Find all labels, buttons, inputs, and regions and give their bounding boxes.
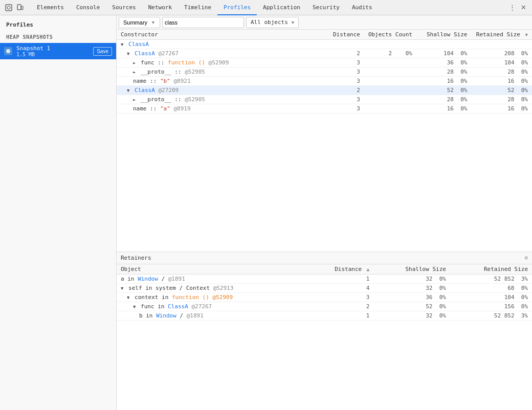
svg-rect-3 [21,6,23,10]
tab-elements[interactable]: Elements [31,0,70,15]
sort-asc-icon: ▲ [367,267,369,272]
expand-icon: ▼ [127,295,129,300]
objects-count-cell [364,58,416,67]
tab-application[interactable]: Application [257,0,306,15]
filter-chevron-icon: ▼ [292,20,294,25]
close-icon[interactable]: ✕ [519,3,528,12]
shallow-size-cell [416,40,471,49]
object-cell: ▼ context in function () @52909 [117,293,306,302]
expand-icon: ▼ [121,42,123,47]
address: @8919 [173,105,190,112]
obj-prop: context in [135,294,172,301]
device-icon[interactable] [15,3,25,12]
distance-cell: 2 [326,49,364,58]
expand-icon: ► [133,97,136,102]
constructor-cell: ▼ ClassA [117,40,326,49]
retained-cell: 156 0% [450,302,532,311]
distance-cell [326,40,364,49]
th-retained-size[interactable]: Retained Size ▼ [471,30,532,40]
inspect-icon[interactable] [4,3,13,12]
shallow-size-cell: 104 0% [416,49,471,58]
th-objects-count[interactable]: Objects Count [364,30,416,40]
table-row[interactable]: ► __proto__ :: @52905 3 28 0% 28 0% [117,95,532,104]
address: @27267 [158,50,179,57]
filter-button[interactable]: All objects ▼ [246,17,299,28]
distance-cell: 3 [326,77,364,86]
table-row[interactable]: b in Window / @1891 1 32 0% 52 852 3% [117,311,532,321]
snapshot-item[interactable]: Snapshot 1 1.5 MB Save [0,43,116,59]
retainers-title: Retainers [121,255,151,261]
func-value: function () [168,59,205,66]
retained-size-cell: 16 0% [471,77,532,86]
objects-count-cell [364,67,416,77]
summary-label: Summary [123,19,147,26]
object-cell: a in Window / @1891 [117,275,306,284]
func-ref: function () @52909 [172,294,233,301]
table-row[interactable]: ▼ ClassA @27267 2 2 0% 104 0% 208 0% [117,49,532,58]
shallow-size-cell: 28 0% [416,67,471,77]
table-row[interactable]: ► __proto__ :: @52905 3 28 0% 28 0% [117,67,532,77]
obj-addr: @1891 [168,276,185,282]
retainers-menu-icon[interactable]: ≡ [524,255,528,261]
class-name: ClassA [128,41,149,48]
obj-addr: @27267 [191,303,212,310]
tab-network[interactable]: Network [142,0,178,15]
tab-profiles[interactable]: Profiles [217,0,257,15]
tab-sources[interactable]: Sources [106,0,142,15]
tab-console[interactable]: Console [70,0,106,15]
th-shallow-size[interactable]: Shallow Size [416,30,471,40]
table-row[interactable]: ▼ ClassA [117,40,532,49]
svg-point-1 [7,6,10,9]
retained-size-cell: 52 0% [471,86,532,95]
distance-cell: 3 [326,104,364,113]
table-row[interactable]: a in Window / @1891 1 32 0% 52 852 3% [117,275,532,284]
retained-cell: 104 0% [450,293,532,302]
th-object[interactable]: Object [117,264,306,275]
address: @52909 [209,59,229,66]
th-shallow-size[interactable]: Shallow Size [373,264,450,275]
shallow-size-cell: 16 0% [416,104,471,113]
main-table: Constructor Distance Objects Count Shall… [117,30,532,113]
object-cell: ▼ func in ClassA @27267 [117,302,306,311]
constructor-cell: name :: "b" @8921 [117,77,326,86]
retained-cell: 52 852 3% [450,275,532,284]
constructor-cell: ► __proto__ :: @52905 [117,95,326,104]
address: @27209 [158,87,179,94]
tab-audits[interactable]: Audits [346,0,379,15]
objects-count-cell [364,86,416,95]
search-input[interactable] [165,19,241,26]
address: @8921 [173,78,190,84]
table-row[interactable]: ▼ ClassA @27209 2 52 0% 52 0% [117,86,532,95]
save-button[interactable]: Save [93,47,112,56]
th-constructor[interactable]: Constructor [117,30,326,40]
constructor-cell: ▼ ClassA @27267 [117,49,326,58]
table-row[interactable]: ► func :: function () @52909 3 36 0% 104… [117,58,532,67]
snapshot-size: 1.5 MB [16,52,93,57]
objects-count-cell [364,40,416,49]
th-retained-size[interactable]: Retained Size [450,264,532,275]
tab-security[interactable]: Security [306,0,346,15]
summary-button[interactable]: Summary ▼ [119,17,160,28]
table-row[interactable]: ▼ func in ClassA @27267 2 52 0% 156 0% [117,302,532,311]
th-distance[interactable]: Distance [326,30,364,40]
snapshot-name: Snapshot 1 [16,45,93,52]
retained-size-cell: 104 0% [471,58,532,67]
expand-icon: ▼ [121,286,123,291]
shallow-cell: 36 0% [373,293,450,302]
object-cell: ▼ self in system / Context @52913 [117,284,306,293]
content-area: Summary ▼ All objects ▼ Constructor Dist… [117,15,532,410]
shallow-size-cell: 16 0% [416,77,471,86]
main-layout: Profiles HEAP SNAPSHOTS Snapshot 1 1.5 M… [0,15,532,410]
th-distance[interactable]: Distance ▲ [306,264,374,275]
table-row[interactable]: name :: "b" @8921 3 16 0% 16 0% [117,77,532,86]
distance-cell: 1 [306,275,374,284]
obj-container: Window [138,276,158,282]
table-row[interactable]: name :: "a" @8919 3 16 0% 16 0% [117,104,532,113]
table-row[interactable]: ▼ context in function () @52909 3 36 0% … [117,293,532,302]
tab-timeline[interactable]: Timeline [178,0,217,15]
address: @52905 [185,69,205,75]
prop-name: func :: [141,59,168,66]
more-options-icon[interactable]: ⋮ [507,3,517,12]
obj-prop: self [128,285,142,291]
table-row[interactable]: ▼ self in system / Context @52913 4 32 0… [117,284,532,293]
